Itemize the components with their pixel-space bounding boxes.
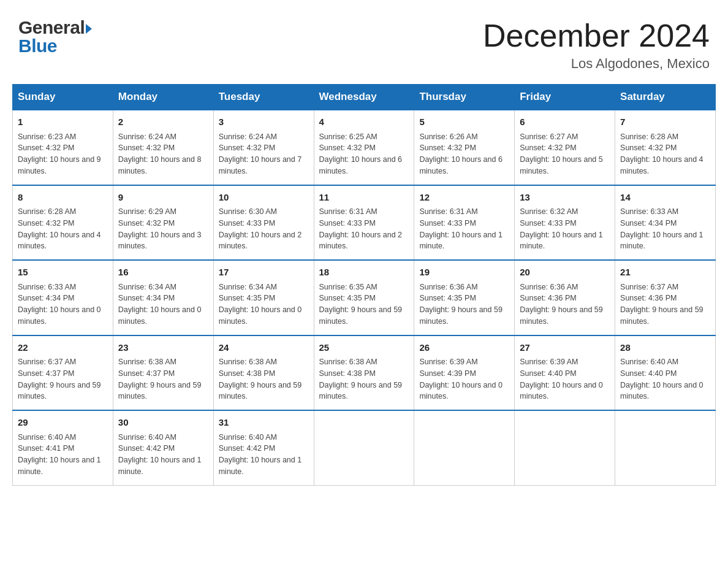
- calendar-cell: [615, 410, 716, 485]
- day-number: 25: [319, 341, 409, 355]
- calendar-cell: 30Sunrise: 6:40 AMSunset: 4:42 PMDayligh…: [113, 410, 213, 485]
- day-number: 30: [118, 416, 208, 430]
- calendar-cell: 18Sunrise: 6:35 AMSunset: 4:35 PMDayligh…: [314, 260, 414, 335]
- page-header: General Blue December 2024 Los Algodones…: [12, 12, 716, 72]
- day-number: 8: [18, 191, 108, 205]
- day-number: 13: [520, 191, 610, 205]
- header-monday: Monday: [113, 85, 213, 110]
- calendar-cell: 5Sunrise: 6:26 AMSunset: 4:32 PMDaylight…: [414, 110, 515, 185]
- calendar-cell: 9Sunrise: 6:29 AMSunset: 4:32 PMDaylight…: [113, 185, 213, 261]
- day-info: Sunrise: 6:24 AMSunset: 4:32 PMDaylight:…: [118, 131, 208, 177]
- calendar-cell: 22Sunrise: 6:37 AMSunset: 4:37 PMDayligh…: [13, 335, 113, 411]
- day-info: Sunrise: 6:31 AMSunset: 4:33 PMDaylight:…: [319, 206, 409, 252]
- month-year-title: December 2024: [483, 18, 710, 53]
- calendar-cell: 31Sunrise: 6:40 AMSunset: 4:42 PMDayligh…: [213, 410, 314, 485]
- calendar-cell: 20Sunrise: 6:36 AMSunset: 4:36 PMDayligh…: [515, 260, 615, 335]
- day-info: Sunrise: 6:24 AMSunset: 4:32 PMDaylight:…: [219, 131, 309, 177]
- week-row-4: 22Sunrise: 6:37 AMSunset: 4:37 PMDayligh…: [13, 335, 716, 411]
- header-tuesday: Tuesday: [213, 85, 314, 110]
- day-info: Sunrise: 6:36 AMSunset: 4:36 PMDaylight:…: [520, 282, 610, 327]
- header-thursday: Thursday: [414, 85, 515, 110]
- week-row-3: 15Sunrise: 6:33 AMSunset: 4:34 PMDayligh…: [13, 260, 716, 335]
- day-info: Sunrise: 6:33 AMSunset: 4:34 PMDaylight:…: [18, 282, 108, 327]
- calendar-cell: [414, 410, 515, 485]
- day-info: Sunrise: 6:27 AMSunset: 4:32 PMDaylight:…: [520, 131, 610, 177]
- calendar-cell: 4Sunrise: 6:25 AMSunset: 4:32 PMDaylight…: [314, 110, 414, 185]
- day-number: 28: [620, 341, 710, 355]
- calendar-cell: 11Sunrise: 6:31 AMSunset: 4:33 PMDayligh…: [314, 185, 414, 261]
- day-info: Sunrise: 6:39 AMSunset: 4:40 PMDaylight:…: [520, 356, 610, 402]
- day-info: Sunrise: 6:40 AMSunset: 4:42 PMDaylight:…: [118, 432, 208, 478]
- day-info: Sunrise: 6:26 AMSunset: 4:32 PMDaylight:…: [419, 131, 509, 177]
- header-wednesday: Wednesday: [314, 85, 414, 110]
- calendar-cell: 12Sunrise: 6:31 AMSunset: 4:33 PMDayligh…: [414, 185, 515, 261]
- logo-blue-text: Blue: [18, 37, 92, 55]
- calendar-cell: 16Sunrise: 6:34 AMSunset: 4:34 PMDayligh…: [113, 260, 213, 335]
- day-number: 4: [319, 115, 409, 129]
- week-row-5: 29Sunrise: 6:40 AMSunset: 4:41 PMDayligh…: [13, 410, 716, 485]
- calendar-table: SundayMondayTuesdayWednesdayThursdayFrid…: [12, 84, 716, 486]
- day-info: Sunrise: 6:37 AMSunset: 4:37 PMDaylight:…: [18, 356, 108, 402]
- day-info: Sunrise: 6:29 AMSunset: 4:32 PMDaylight:…: [118, 206, 208, 252]
- calendar-cell: 14Sunrise: 6:33 AMSunset: 4:34 PMDayligh…: [615, 185, 716, 261]
- calendar-cell: 26Sunrise: 6:39 AMSunset: 4:39 PMDayligh…: [414, 335, 515, 411]
- week-row-2: 8Sunrise: 6:28 AMSunset: 4:32 PMDaylight…: [13, 185, 716, 261]
- calendar-cell: 23Sunrise: 6:38 AMSunset: 4:37 PMDayligh…: [113, 335, 213, 411]
- day-number: 16: [118, 266, 208, 280]
- calendar-cell: 3Sunrise: 6:24 AMSunset: 4:32 PMDaylight…: [213, 110, 314, 185]
- calendar-cell: 25Sunrise: 6:38 AMSunset: 4:38 PMDayligh…: [314, 335, 414, 411]
- calendar-header-row: SundayMondayTuesdayWednesdayThursdayFrid…: [13, 85, 716, 110]
- title-block: December 2024 Los Algodones, Mexico: [483, 18, 710, 72]
- day-number: 19: [419, 266, 509, 280]
- header-sunday: Sunday: [13, 85, 113, 110]
- day-info: Sunrise: 6:38 AMSunset: 4:37 PMDaylight:…: [118, 356, 208, 402]
- day-number: 15: [18, 266, 108, 280]
- calendar-cell: 21Sunrise: 6:37 AMSunset: 4:36 PMDayligh…: [615, 260, 716, 335]
- location-subtitle: Los Algodones, Mexico: [483, 56, 710, 72]
- week-row-1: 1Sunrise: 6:23 AMSunset: 4:32 PMDaylight…: [13, 110, 716, 185]
- calendar-cell: 7Sunrise: 6:28 AMSunset: 4:32 PMDaylight…: [615, 110, 716, 185]
- calendar-cell: 15Sunrise: 6:33 AMSunset: 4:34 PMDayligh…: [13, 260, 113, 335]
- logo: General Blue: [18, 18, 92, 55]
- calendar-cell: 17Sunrise: 6:34 AMSunset: 4:35 PMDayligh…: [213, 260, 314, 335]
- day-info: Sunrise: 6:40 AMSunset: 4:42 PMDaylight:…: [219, 432, 309, 478]
- day-number: 11: [319, 191, 409, 205]
- day-info: Sunrise: 6:34 AMSunset: 4:34 PMDaylight:…: [118, 282, 208, 327]
- day-number: 12: [419, 191, 509, 205]
- calendar-cell: 1Sunrise: 6:23 AMSunset: 4:32 PMDaylight…: [13, 110, 113, 185]
- day-number: 14: [620, 191, 710, 205]
- day-number: 26: [419, 341, 509, 355]
- day-number: 5: [419, 115, 509, 129]
- day-info: Sunrise: 6:31 AMSunset: 4:33 PMDaylight:…: [419, 206, 509, 252]
- logo-general-text: General: [18, 18, 85, 37]
- calendar-cell: 27Sunrise: 6:39 AMSunset: 4:40 PMDayligh…: [515, 335, 615, 411]
- calendar-cell: 10Sunrise: 6:30 AMSunset: 4:33 PMDayligh…: [213, 185, 314, 261]
- day-info: Sunrise: 6:30 AMSunset: 4:33 PMDaylight:…: [219, 206, 309, 252]
- day-info: Sunrise: 6:35 AMSunset: 4:35 PMDaylight:…: [319, 282, 409, 327]
- day-info: Sunrise: 6:36 AMSunset: 4:35 PMDaylight:…: [419, 282, 509, 327]
- day-number: 10: [219, 191, 309, 205]
- calendar-cell: 19Sunrise: 6:36 AMSunset: 4:35 PMDayligh…: [414, 260, 515, 335]
- day-info: Sunrise: 6:28 AMSunset: 4:32 PMDaylight:…: [620, 131, 710, 177]
- day-number: 24: [219, 341, 309, 355]
- day-info: Sunrise: 6:32 AMSunset: 4:33 PMDaylight:…: [520, 206, 610, 252]
- day-info: Sunrise: 6:28 AMSunset: 4:32 PMDaylight:…: [18, 206, 108, 252]
- calendar-cell: [515, 410, 615, 485]
- day-info: Sunrise: 6:25 AMSunset: 4:32 PMDaylight:…: [319, 131, 409, 177]
- day-info: Sunrise: 6:38 AMSunset: 4:38 PMDaylight:…: [319, 356, 409, 402]
- header-friday: Friday: [515, 85, 615, 110]
- calendar-cell: 24Sunrise: 6:38 AMSunset: 4:38 PMDayligh…: [213, 335, 314, 411]
- calendar-cell: 28Sunrise: 6:40 AMSunset: 4:40 PMDayligh…: [615, 335, 716, 411]
- day-number: 27: [520, 341, 610, 355]
- day-number: 29: [18, 416, 108, 430]
- day-number: 22: [18, 341, 108, 355]
- calendar-cell: [314, 410, 414, 485]
- day-info: Sunrise: 6:40 AMSunset: 4:40 PMDaylight:…: [620, 356, 710, 402]
- day-number: 3: [219, 115, 309, 129]
- calendar-cell: 6Sunrise: 6:27 AMSunset: 4:32 PMDaylight…: [515, 110, 615, 185]
- day-number: 6: [520, 115, 610, 129]
- day-info: Sunrise: 6:33 AMSunset: 4:34 PMDaylight:…: [620, 206, 710, 252]
- day-info: Sunrise: 6:40 AMSunset: 4:41 PMDaylight:…: [18, 432, 108, 478]
- day-number: 17: [219, 266, 309, 280]
- day-number: 2: [118, 115, 208, 129]
